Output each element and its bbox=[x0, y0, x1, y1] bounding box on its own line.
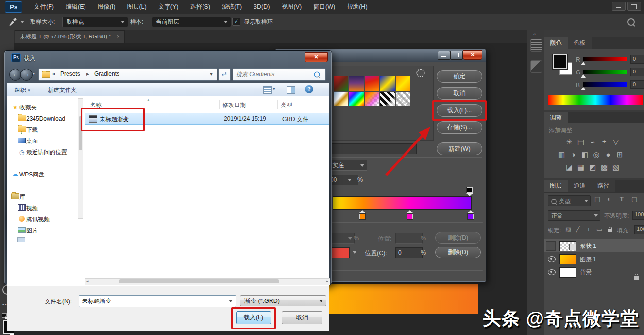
black-white-icon[interactable]: ◧ bbox=[579, 150, 591, 159]
close-icon[interactable]: × bbox=[117, 34, 120, 39]
search-icon[interactable] bbox=[314, 72, 320, 78]
tab-swatches[interactable]: 色板 bbox=[568, 37, 592, 49]
tab-adjustments[interactable]: 调整 bbox=[544, 112, 568, 123]
restore-button[interactable] bbox=[627, 2, 641, 11]
search-icon[interactable] bbox=[627, 18, 635, 26]
views-caret-icon[interactable]: ▾ bbox=[273, 87, 275, 91]
ok-button[interactable]: 确定 bbox=[437, 70, 482, 83]
tab-color[interactable]: 颜色 bbox=[544, 37, 568, 49]
tree-item-wps-cloud[interactable]: ☁WPS网盘 bbox=[11, 168, 44, 179]
lock-paint-icon[interactable]: ╱ bbox=[576, 226, 580, 233]
new-button[interactable]: 新建(W) bbox=[437, 142, 482, 155]
invert-icon[interactable]: ◪ bbox=[563, 162, 575, 172]
close-button[interactable]: × bbox=[463, 50, 482, 60]
gradient-preset[interactable] bbox=[349, 92, 364, 106]
levels-icon[interactable]: ▤ bbox=[575, 137, 587, 147]
tree-item-libraries[interactable]: 库 bbox=[11, 192, 25, 203]
delete-color-button[interactable]: 删除(D) bbox=[435, 247, 481, 258]
foreground-color-swatch[interactable] bbox=[553, 54, 567, 69]
tree-item-tencent-video[interactable]: 腾讯视频 bbox=[17, 214, 50, 225]
brightness-contrast-icon[interactable]: ☀ bbox=[563, 137, 575, 147]
back-button[interactable]: ← bbox=[9, 69, 21, 81]
color-position-field[interactable]: 0 bbox=[395, 247, 423, 258]
color-balance-icon[interactable]: ◑ bbox=[567, 150, 579, 159]
properties-panel-icon[interactable] bbox=[530, 60, 542, 73]
layer-row-layer1[interactable]: 图层 1 bbox=[544, 252, 644, 265]
tree-item-pictures[interactable]: 图片 bbox=[17, 225, 38, 236]
adjustment-filter-icon[interactable]: ◐ bbox=[607, 195, 611, 203]
gradient-preset[interactable] bbox=[334, 92, 348, 106]
collapse-panels-icon[interactable]: « bbox=[533, 31, 536, 37]
channel-r-slider[interactable] bbox=[583, 57, 627, 61]
chevron-down-icon[interactable] bbox=[229, 300, 233, 302]
scroll-left-icon[interactable]: ◂ bbox=[86, 279, 89, 283]
menu-layer[interactable]: 图层(L) bbox=[121, 0, 152, 14]
channel-b-slider[interactable] bbox=[583, 82, 627, 87]
filetype-dropdown[interactable]: 渐变 (*.GRD) bbox=[240, 295, 326, 306]
gradient-preset[interactable] bbox=[396, 92, 410, 106]
channel-g-value[interactable]: 0 bbox=[630, 68, 644, 76]
cancel-button[interactable]: 取消 bbox=[437, 87, 482, 100]
menu-image[interactable]: 图像(I) bbox=[92, 0, 121, 14]
breadcrumb[interactable]: « Presets ▸ Gradients ▾ bbox=[38, 68, 217, 81]
tree-item-videos[interactable]: 视频 bbox=[17, 203, 38, 214]
menu-3d[interactable]: 3D(D) bbox=[248, 0, 275, 14]
tab-paths[interactable]: 路径 bbox=[592, 180, 615, 192]
color-stop-2[interactable] bbox=[407, 210, 413, 219]
channel-g-slider[interactable] bbox=[583, 70, 627, 74]
forward-button[interactable]: → bbox=[20, 69, 33, 81]
document-tab[interactable]: 未标题-1 @ 67.8% (形状 1, RGB/8) * × bbox=[15, 30, 125, 43]
refresh-button[interactable]: ⇄ bbox=[218, 68, 231, 81]
chevron-down-icon[interactable] bbox=[353, 251, 356, 254]
menu-select[interactable]: 选择(S) bbox=[184, 0, 216, 14]
minimize-button[interactable] bbox=[438, 51, 450, 60]
lock-all-icon[interactable] bbox=[608, 229, 612, 232]
save-button[interactable]: 存储(S)... bbox=[437, 121, 482, 134]
scroll-right-icon[interactable]: ▸ bbox=[326, 279, 328, 283]
menu-help[interactable]: 帮助(H) bbox=[341, 0, 373, 14]
curves-icon[interactable]: ≈ bbox=[587, 137, 598, 147]
smoothness-caret-button[interactable] bbox=[346, 175, 358, 185]
gradient-preset[interactable] bbox=[365, 76, 379, 91]
blend-mode-dropdown[interactable]: 正常 bbox=[548, 210, 600, 221]
menu-view[interactable]: 视图(V) bbox=[275, 0, 307, 14]
color-spectrum-bar[interactable] bbox=[548, 95, 643, 105]
channel-g-thumb[interactable] bbox=[581, 74, 586, 78]
preview-pane-icon[interactable] bbox=[287, 86, 295, 94]
color-stop-3[interactable] bbox=[467, 210, 474, 219]
menu-edit[interactable]: 编辑(E) bbox=[60, 0, 92, 14]
shape-filter-icon[interactable]: ▢ bbox=[631, 195, 637, 203]
new-folder-button[interactable]: 新建文件夹 bbox=[48, 86, 77, 94]
tree-item-desktop[interactable]: 桌面 bbox=[17, 136, 38, 147]
tree-item-recent[interactable]: ◷最近访问的位置 bbox=[17, 147, 67, 158]
opacity-stop[interactable] bbox=[466, 187, 473, 195]
layer-row-background[interactable]: 背景 bbox=[544, 265, 644, 279]
fill-value[interactable]: 100 bbox=[634, 225, 644, 234]
search-box[interactable] bbox=[233, 68, 326, 81]
layer-row-shape[interactable]: 形状 1 bbox=[544, 239, 644, 252]
scrollbar-thumb[interactable] bbox=[119, 279, 279, 283]
pixel-filter-icon[interactable]: ▤ bbox=[594, 195, 600, 203]
gradient-preset[interactable] bbox=[349, 76, 364, 91]
breadcrumb-presets[interactable]: Presets bbox=[60, 71, 80, 77]
gradient-preset[interactable] bbox=[365, 92, 379, 106]
type-filter-icon[interactable]: T bbox=[620, 195, 624, 203]
horizontal-scrollbar[interactable]: ◂ ▸ bbox=[85, 278, 330, 285]
selective-color-icon[interactable]: ▧ bbox=[610, 162, 622, 172]
views-icon[interactable] bbox=[263, 86, 272, 94]
sample-dropdown[interactable]: 当前图层 bbox=[152, 17, 231, 27]
search-input[interactable] bbox=[235, 70, 313, 79]
layer-thumbnail[interactable] bbox=[559, 254, 576, 264]
color-lookup-icon[interactable]: ⊞ bbox=[614, 150, 626, 159]
menu-file[interactable]: 文件(F) bbox=[28, 0, 60, 14]
lock-transparency-icon[interactable]: ▨ bbox=[565, 226, 571, 233]
lock-artboard-icon[interactable]: ▭ bbox=[596, 226, 602, 233]
gradient-preset[interactable] bbox=[380, 92, 395, 106]
exposure-icon[interactable]: ± bbox=[598, 137, 610, 147]
minimize-button[interactable] bbox=[612, 2, 626, 11]
tool-preset-caret-icon[interactable] bbox=[20, 21, 24, 23]
layer-thumbnail[interactable] bbox=[559, 267, 576, 278]
gradient-preset[interactable] bbox=[380, 76, 395, 91]
stop-color-swatch[interactable] bbox=[329, 247, 350, 258]
gradient-bar[interactable] bbox=[333, 196, 472, 210]
